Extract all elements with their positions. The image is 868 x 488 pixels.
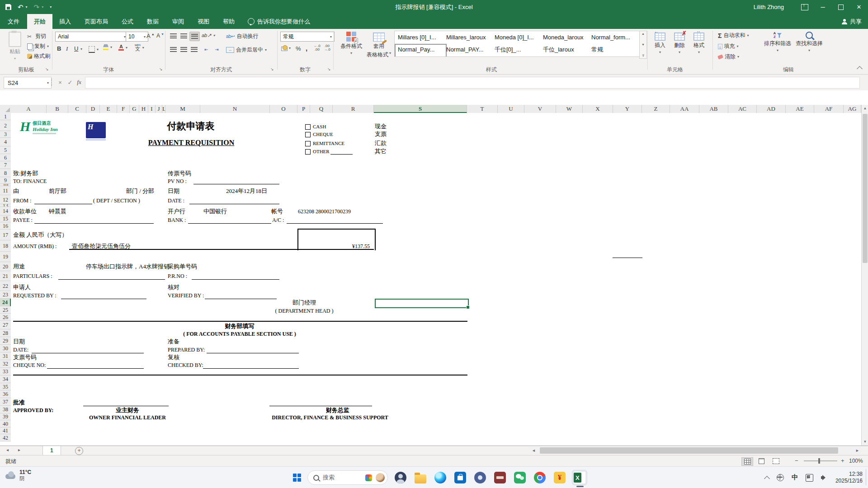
align-bottom-button[interactable] bbox=[189, 32, 200, 41]
insert-cells-button[interactable]: 插入▾ bbox=[651, 33, 669, 54]
tab-help[interactable]: 帮助 bbox=[216, 14, 241, 29]
row-header-36[interactable]: 36 bbox=[0, 390, 11, 398]
row-header-7[interactable]: 7 bbox=[0, 161, 11, 169]
row-header-27[interactable]: 27 bbox=[0, 321, 11, 329]
tab-scroll-right-icon[interactable]: ▸ bbox=[18, 447, 20, 452]
taskbar-app-contact[interactable] bbox=[393, 470, 408, 485]
copy-button[interactable]: 复制 ▾ bbox=[27, 42, 49, 50]
row-header-42[interactable]: 42 bbox=[0, 434, 11, 441]
align-top-button[interactable] bbox=[169, 32, 178, 40]
row-header-12[interactable]: 12 bbox=[0, 195, 11, 204]
row-header-30[interactable]: 30 bbox=[0, 345, 11, 352]
bold-button[interactable]: B bbox=[57, 45, 61, 52]
merge-center-button[interactable]: ↔ 合并后居中 ▾ bbox=[226, 46, 267, 54]
column-header-AD[interactable]: AD bbox=[757, 105, 786, 113]
ime-language-indicator[interactable]: 中 bbox=[792, 474, 798, 482]
tab-data[interactable]: 数据 bbox=[140, 14, 165, 29]
row-header-28[interactable]: 28 bbox=[0, 329, 11, 337]
column-header-V[interactable]: V bbox=[524, 105, 556, 113]
underline-button[interactable]: U bbox=[74, 45, 78, 52]
row-header-4[interactable]: 4 bbox=[0, 138, 11, 146]
new-sheet-button[interactable]: + bbox=[75, 447, 83, 455]
cell-style-8[interactable]: 千位[0]_... bbox=[491, 44, 542, 56]
font-name-box[interactable]: Arial▾ bbox=[55, 32, 128, 42]
column-header-L[interactable]: L bbox=[162, 105, 165, 113]
shrink-font-button[interactable]: A▼ bbox=[156, 33, 164, 39]
column-header-Q[interactable]: Q bbox=[310, 105, 333, 113]
column-header-C[interactable]: C bbox=[68, 105, 86, 113]
row-header-11[interactable]: 11 bbox=[0, 186, 11, 195]
vertical-scrollbar[interactable]: ▲ ▼ bbox=[861, 105, 868, 446]
page-break-view-icon[interactable] bbox=[770, 457, 781, 465]
clear-button[interactable]: 清除▾ bbox=[718, 53, 739, 61]
decrease-decimal-button[interactable]: .00→.0 bbox=[324, 44, 330, 52]
column-header-W[interactable]: W bbox=[556, 105, 583, 113]
row-header-14[interactable]: 14 bbox=[0, 207, 11, 216]
taskbar-app-meeting[interactable] bbox=[472, 470, 488, 485]
delete-cells-button[interactable]: 删除▾ bbox=[670, 33, 689, 54]
styles-gallery-scroll[interactable]: ▲▼⊽ bbox=[639, 31, 647, 59]
align-left-button[interactable] bbox=[169, 45, 178, 54]
autosum-button[interactable]: Σ 自动求和▾ bbox=[718, 32, 749, 39]
italic-button[interactable]: I bbox=[66, 45, 68, 52]
column-header-H[interactable]: H bbox=[139, 105, 148, 113]
sort-filter-button[interactable]: AZ 排序和筛选▾ bbox=[763, 32, 792, 52]
ribbon-display-options-icon[interactable] bbox=[796, 0, 814, 14]
taskbar-app-store[interactable] bbox=[453, 470, 468, 485]
column-header-D[interactable]: D bbox=[86, 105, 100, 113]
collapse-ribbon-icon[interactable] bbox=[857, 66, 863, 72]
select-all-corner[interactable] bbox=[0, 105, 11, 113]
ime-mode-icon[interactable] bbox=[806, 474, 813, 482]
account-name[interactable]: Lilith Zhong bbox=[754, 4, 784, 10]
cell-style-6[interactable]: Normal_Pay... bbox=[395, 44, 447, 57]
zoom-level[interactable]: 100% bbox=[849, 458, 863, 464]
taskbar-clock[interactable]: 12:38 2025/12/16 bbox=[835, 471, 863, 484]
row-header-20[interactable]: 20 bbox=[0, 262, 11, 271]
column-header-B[interactable]: B bbox=[47, 105, 68, 113]
row-header-29[interactable]: 29 bbox=[0, 337, 11, 345]
format-cells-button[interactable]: 格式▾ bbox=[690, 33, 708, 54]
cell-style-4[interactable]: Moneda_laroux bbox=[540, 32, 591, 43]
taskbar-app-file-explorer[interactable] bbox=[413, 470, 428, 485]
insert-function-icon[interactable]: fx bbox=[74, 77, 84, 88]
column-header-R[interactable]: R bbox=[333, 105, 374, 113]
formula-input[interactable] bbox=[85, 77, 860, 89]
row-header-35[interactable]: 35 bbox=[0, 383, 11, 390]
row-header-22[interactable]: 22 bbox=[0, 281, 11, 291]
clipboard-dialog-launcher[interactable]: ↘ bbox=[45, 67, 50, 71]
font-color-button[interactable]: A ▾ bbox=[118, 44, 127, 51]
cell-style-7[interactable]: Normal_PAY... bbox=[443, 44, 494, 56]
grow-font-button[interactable]: A▲ bbox=[146, 33, 155, 39]
column-header-S[interactable]: S bbox=[374, 105, 467, 113]
enter-icon[interactable]: ✓ bbox=[65, 77, 75, 88]
hidden-icons-chevron[interactable] bbox=[764, 476, 770, 482]
tab-page-layout[interactable]: 页面布局 bbox=[78, 14, 115, 29]
start-button[interactable] bbox=[293, 474, 301, 482]
percent-button[interactable]: % bbox=[296, 45, 301, 52]
column-header-AF[interactable]: AF bbox=[814, 105, 844, 113]
column-header-F[interactable]: F bbox=[117, 105, 130, 113]
column-header-A[interactable]: A bbox=[11, 105, 47, 113]
font-size-box[interactable]: 10▾ bbox=[126, 32, 148, 42]
speaker-icon[interactable] bbox=[821, 475, 828, 480]
row-header-19[interactable]: 19 bbox=[0, 252, 11, 262]
taskbar-app-chrome[interactable] bbox=[532, 470, 547, 485]
increase-decimal-button[interactable]: ←.0.00 bbox=[314, 44, 321, 52]
wrap-text-button[interactable]: ab↩ 自动换行 bbox=[226, 33, 259, 40]
sheet-canvas[interactable] bbox=[11, 113, 861, 446]
horizontal-scroll-thumb[interactable] bbox=[540, 447, 838, 454]
page-layout-view-icon[interactable] bbox=[756, 457, 767, 465]
column-header-AA[interactable]: AA bbox=[670, 105, 699, 113]
tab-file[interactable]: 文件 bbox=[0, 14, 27, 29]
column-header-Y[interactable]: Y bbox=[613, 105, 642, 113]
scroll-down-icon[interactable]: ▼ bbox=[862, 438, 868, 446]
accounting-format-button[interactable]: ▾ bbox=[281, 45, 291, 51]
row-header-40[interactable]: 40 bbox=[0, 420, 11, 427]
find-select-button[interactable]: 查找和选择▾ bbox=[794, 32, 825, 52]
taskbar-app-stocks[interactable]: ¥ bbox=[552, 470, 567, 485]
scroll-left-icon[interactable]: ◄ bbox=[532, 448, 536, 453]
row-header-2[interactable]: 2 bbox=[0, 120, 11, 131]
cell-style-3[interactable]: Moneda [0]_I... bbox=[491, 32, 542, 43]
tab-review[interactable]: 审阅 bbox=[165, 14, 191, 29]
number-dialog-launcher[interactable]: ↘ bbox=[327, 67, 332, 71]
